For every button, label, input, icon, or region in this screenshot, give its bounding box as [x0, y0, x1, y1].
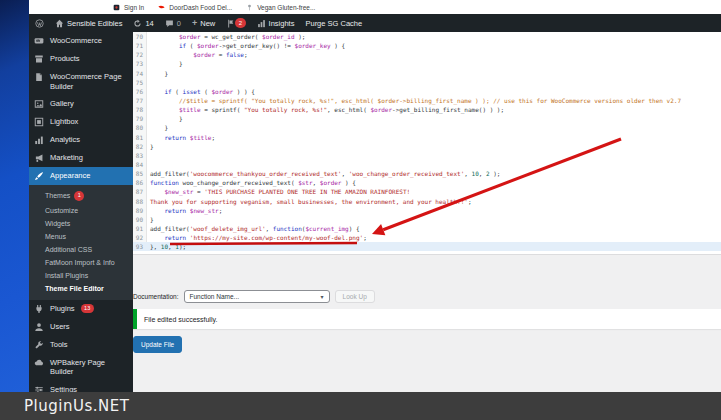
line-number: 73	[133, 59, 147, 68]
code-text: $order = false;	[147, 50, 248, 59]
sidebar-item-users[interactable]: Users	[29, 318, 133, 336]
line-number: 75	[133, 78, 147, 87]
submenu-item-install-plugins[interactable]: Install Plugins	[29, 269, 133, 282]
code-line[interactable]: 78 $title = sprintf( "You totally rock, …	[133, 105, 721, 114]
code-line[interactable]: 71 if ( $order->get_order_key() != $orde…	[133, 41, 721, 50]
bookmark-item[interactable]: Sign In	[113, 4, 144, 11]
appearance-icon	[34, 171, 44, 181]
submenu-item-label: FatMoon Import & Info	[45, 259, 115, 266]
browser-bookmarks-bar: Sign InDoorDash Food Del...Vegan Gluten-…	[29, 0, 721, 14]
sidebar-item-marketing[interactable]: Marketing	[29, 149, 133, 167]
line-number: 92	[133, 233, 147, 242]
code-line[interactable]: 93}, 10, 1);	[133, 242, 721, 251]
submenu-item-fatmoon-import-info[interactable]: FatMoon Import & Info	[29, 256, 133, 269]
sidebar-item-gallery[interactable]: Gallery	[29, 95, 133, 113]
look-up-button[interactable]: Look Up	[335, 290, 375, 303]
code-line[interactable]: 73 }	[133, 59, 721, 68]
line-number: 86	[133, 178, 147, 187]
admin-bar-updates[interactable]: 14	[133, 19, 153, 28]
submenu-item-label: Additional CSS	[45, 246, 92, 253]
bookmark-item[interactable]: DoorDash Food Del...	[158, 4, 232, 11]
line-number: 87	[133, 187, 147, 196]
code-line[interactable]: 89 return $new_str;	[133, 206, 721, 215]
function-name-select-value: Function Name...	[190, 293, 240, 300]
sidebar-item-tools[interactable]: Tools	[29, 336, 133, 354]
code-line[interactable]: 92 return 'https://my-site.com/wp-conten…	[133, 233, 721, 242]
code-line[interactable]: 75	[133, 78, 721, 87]
update-file-button[interactable]: Update File	[133, 336, 182, 353]
line-number: 90	[133, 215, 147, 224]
analytics-icon	[34, 135, 44, 145]
code-line[interactable]: 88Thank you for supporting veganism, sma…	[133, 197, 721, 206]
code-line[interactable]: 77 //$title = sprintf( "You totally rock…	[133, 96, 721, 105]
sidebar-item-label: WooCommerce	[50, 36, 102, 46]
admin-bar-comments[interactable]: 0	[165, 19, 181, 28]
admin-bar-site-name[interactable]: Sensible Edibles	[55, 19, 122, 28]
code-line[interactable]: 86function woo_change_order_received_tex…	[133, 178, 721, 187]
submenu-item-customize[interactable]: Customize	[29, 204, 133, 217]
code-line[interactable]: 72 $order = false;	[133, 50, 721, 59]
wp-logo-icon[interactable]	[35, 19, 44, 28]
admin-bar-purge-cache[interactable]: Purge SG Cache	[305, 19, 362, 28]
bookmark-item[interactable]: Vegan Gluten-free...	[246, 4, 315, 11]
code-line[interactable]: 83	[133, 151, 721, 160]
submenu-item-themes[interactable]: Themes1	[29, 188, 133, 204]
wpbakery-icon	[34, 358, 44, 368]
line-number: 85	[133, 169, 147, 178]
code-line[interactable]: 82}	[133, 142, 721, 151]
code-line[interactable]: 87 $new_str = 'THIS PURCHASE PLANTED ONE…	[133, 187, 721, 196]
code-line[interactable]: 80 }	[133, 123, 721, 132]
admin-bar-insights[interactable]: Insights	[257, 19, 295, 28]
line-number: 82	[133, 142, 147, 151]
appearance-submenu: Themes1CustomizeWidgetsMenusAdditional C…	[29, 185, 133, 300]
line-number: 70	[133, 32, 147, 41]
code-line[interactable]: 76 if ( isset ( $order ) ) {	[133, 87, 721, 96]
sidebar-item-analytics[interactable]: Analytics	[29, 131, 133, 149]
success-notice-message: File edited successfully.	[144, 316, 217, 323]
sidebar-item-label: Lightbox	[50, 117, 78, 127]
submenu-item-widgets[interactable]: Widgets	[29, 217, 133, 230]
sidebar-item-label: WPBakery Page Builder	[50, 358, 127, 377]
code-text: if ( isset ( $order ) ) {	[147, 87, 255, 96]
code-line[interactable]: 79 }	[133, 114, 721, 123]
submenu-item-theme-file-editor[interactable]: Theme File Editor	[29, 282, 133, 295]
code-line[interactable]: 90}	[133, 215, 721, 224]
sidebar-item-plugins[interactable]: Plugins13	[29, 300, 133, 318]
code-line[interactable]: 74 }	[133, 69, 721, 78]
code-line[interactable]: 91add_filter('woof_delete_img_url', func…	[133, 224, 721, 233]
bookmark-label: Sign In	[124, 4, 144, 11]
code-line[interactable]: 70 $order = wc_get_order( $order_id );	[133, 32, 721, 41]
sidebar-item-label: Tools	[50, 340, 68, 350]
submenu-item-menus[interactable]: Menus	[29, 230, 133, 243]
line-number: 77	[133, 96, 147, 105]
updates-count: 14	[145, 19, 153, 28]
submenu-item-additional-css[interactable]: Additional CSS	[29, 243, 133, 256]
code-editor[interactable]: 70 $order = wc_get_order( $order_id );71…	[133, 32, 721, 255]
code-line[interactable]: 81 return $title;	[133, 133, 721, 142]
code-text: }	[147, 123, 168, 132]
admin-bar-inbox[interactable]: 2	[226, 18, 245, 28]
sidebar-item-woocommerce[interactable]: WooCommerce	[29, 32, 133, 50]
sidebar-item-lightbox[interactable]: Lightbox	[29, 113, 133, 131]
plus-icon: +	[192, 19, 197, 28]
sidebar-item-wpbakery-page-builder[interactable]: WPBakery Page Builder	[29, 354, 133, 381]
sidebar-item-woocommerce-page-builder[interactable]: WooCommerce Page Builder	[29, 68, 133, 95]
code-text: }, 10, 1);	[147, 242, 186, 251]
sidebar-item-products[interactable]: Products	[29, 50, 133, 68]
submenu-item-label: Widgets	[45, 220, 70, 227]
code-text: add_filter('woocommerce_thankyou_order_r…	[147, 169, 500, 178]
bookmark-label: Vegan Gluten-free...	[257, 4, 315, 11]
watermark-text: PluginUs.NET	[24, 397, 129, 415]
code-line[interactable]: 84	[133, 160, 721, 169]
function-name-select[interactable]: Function Name... ▾	[184, 290, 330, 303]
line-number: 76	[133, 87, 147, 96]
code-line[interactable]: 85add_filter('woocommerce_thankyou_order…	[133, 169, 721, 178]
desktop-background	[0, 0, 29, 392]
sidebar-item-appearance[interactable]: Appearance	[29, 167, 133, 185]
code-text: }	[147, 142, 154, 151]
code-text	[147, 151, 150, 160]
signin-favicon	[113, 4, 120, 11]
admin-bar-new[interactable]: + New	[192, 19, 215, 28]
comments-icon	[165, 19, 174, 28]
code-text: return $new_str;	[147, 206, 222, 215]
